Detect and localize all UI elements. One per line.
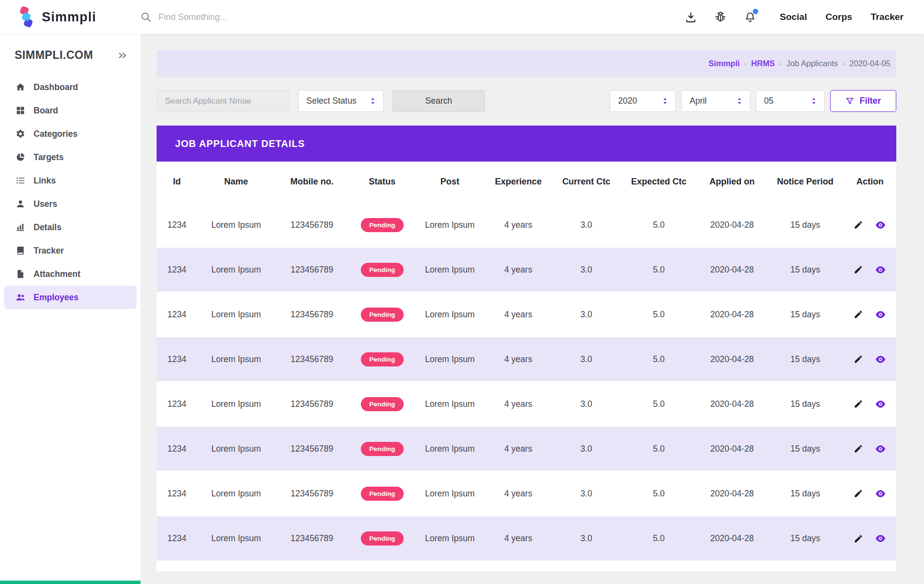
table-header-row: IdNameMobile no.StatusPostExperienceCurr… [157, 162, 896, 202]
file-icon [16, 269, 25, 279]
sidebar-item-categories[interactable]: Categories [4, 122, 137, 146]
view-icon[interactable] [875, 354, 886, 365]
column-header: Status [349, 162, 415, 202]
edit-icon[interactable] [853, 265, 863, 274]
topbar-link-tracker[interactable]: Tracker [871, 12, 904, 22]
logo[interactable]: Simmpli [18, 6, 140, 28]
cell-experience: 4 years [484, 247, 552, 292]
breadcrumb-item[interactable]: Simmpli [709, 59, 740, 68]
table-row: 1234Lorem Ipsum123456789PendingLorem Ips… [157, 382, 896, 426]
status-badge: Pending [361, 442, 403, 456]
global-search-input[interactable] [159, 12, 368, 22]
cell-post: Lorem Ipsum [415, 292, 484, 337]
sidebar-item-users[interactable]: Users [4, 192, 137, 216]
sidebar-item-employees[interactable]: Employees [4, 286, 137, 309]
breadcrumb-item: 2020-04-05 [850, 59, 890, 68]
cell-status: Pending [349, 471, 415, 516]
breadcrumb-separator: - [842, 59, 845, 68]
status-select[interactable]: Select Status [298, 90, 384, 112]
cell-action [844, 292, 896, 337]
cell-current-ctc: 3.0 [552, 516, 621, 561]
sidebar-item-links[interactable]: Links [4, 169, 137, 192]
topbar-link-corps[interactable]: Corps [825, 12, 852, 22]
cell-applied-on: 2020-04-28 [697, 202, 767, 247]
cell-post: Lorem Ipsum [415, 202, 484, 247]
day-select[interactable]: 05 [756, 90, 825, 112]
topbar-link-social[interactable]: Social [780, 12, 807, 22]
status-badge: Pending [361, 487, 403, 501]
edit-icon[interactable] [853, 399, 863, 409]
year-select[interactable]: 2020 [610, 90, 676, 112]
edit-icon[interactable] [853, 534, 863, 544]
cell-mobile: 123456789 [275, 202, 349, 247]
cell-post: Lorem Ipsum [415, 426, 484, 471]
month-select[interactable]: April [681, 90, 750, 112]
cell-mobile: 123456789 [275, 292, 349, 337]
sidebar-item-attachment[interactable]: Attachment [4, 262, 137, 286]
edit-icon[interactable] [853, 354, 863, 364]
sidebar-item-label: Dashboard [34, 82, 78, 92]
cell-mobile: 123456789 [275, 382, 349, 426]
notifications-bell-icon[interactable] [744, 11, 756, 23]
topbar-icon-group [685, 11, 756, 23]
cell-action [844, 247, 896, 292]
chart-icon [16, 222, 25, 232]
sidebar-item-label: Details [34, 222, 61, 233]
cell-post: Lorem Ipsum [415, 382, 484, 426]
view-icon[interactable] [875, 533, 886, 544]
view-icon[interactable] [875, 264, 886, 275]
cell-notice-period: 15 days [767, 426, 844, 471]
month-select-value: April [690, 96, 707, 106]
sidebar: SIMMPLI.COM DashboardBoardCategoriesTarg… [0, 34, 141, 584]
column-header: Notice Period [767, 162, 844, 202]
edit-icon[interactable] [853, 444, 863, 454]
edit-icon[interactable] [853, 220, 863, 230]
edit-icon[interactable] [853, 310, 863, 319]
filter-button[interactable]: Filter [830, 90, 896, 112]
view-icon[interactable] [875, 399, 886, 410]
view-icon[interactable] [875, 309, 886, 320]
cell-name: Lorem Ipsum [197, 471, 275, 516]
cell-mobile: 123456789 [275, 337, 349, 382]
main-content: Simmpli-HRMS-Job Applicants-2020-04-05 S… [141, 34, 924, 571]
topbar-links: SocialCorpsTracker [780, 12, 904, 22]
view-icon[interactable] [875, 488, 886, 499]
user-icon [16, 199, 25, 209]
cell-mobile: 123456789 [275, 426, 349, 471]
cell-action [844, 382, 896, 426]
cell-status: Pending [349, 337, 415, 382]
sidebar-item-board[interactable]: Board [4, 99, 137, 122]
cell-action [844, 471, 896, 516]
funnel-icon [845, 96, 854, 106]
cell-expected-ctc: 5.0 [621, 426, 697, 471]
download-icon[interactable] [685, 11, 697, 23]
cell-id: 1234 [157, 382, 197, 426]
column-header: Expected Ctc [621, 162, 697, 202]
applicant-search-input[interactable] [157, 90, 289, 112]
sidebar-item-targets[interactable]: Targets [4, 146, 137, 169]
cell-name: Lorem Ipsum [197, 426, 275, 471]
search-button[interactable]: Search [392, 90, 485, 112]
sidebar-bottom-accent [0, 581, 141, 584]
cell-expected-ctc: 5.0 [621, 337, 697, 382]
cell-applied-on: 2020-04-28 [697, 292, 767, 337]
topbar: Simmpli SocialCorpsTracker [0, 0, 924, 34]
sidebar-item-label: Users [34, 199, 57, 209]
column-header: Current Ctc [552, 162, 621, 202]
edit-icon[interactable] [853, 489, 863, 498]
collapse-chevrons-icon[interactable] [117, 50, 128, 61]
sidebar-item-dashboard[interactable]: Dashboard [4, 75, 137, 99]
sidebar-item-details[interactable]: Details [4, 216, 137, 239]
cell-notice-period: 15 days [767, 337, 844, 382]
bug-icon[interactable] [714, 11, 727, 23]
view-icon[interactable] [875, 443, 886, 455]
table-row: 1234Lorem Ipsum123456789PendingLorem Ips… [157, 202, 896, 247]
sidebar-item-tracker[interactable]: Tracker [4, 239, 137, 262]
status-select-value: Select Status [306, 96, 356, 106]
cell-status: Pending [349, 292, 415, 337]
view-icon[interactable] [875, 219, 886, 231]
cell-current-ctc: 3.0 [552, 202, 621, 247]
cell-id: 1234 [157, 471, 197, 516]
breadcrumb-item[interactable]: HRMS [751, 59, 775, 68]
status-badge: Pending [361, 531, 403, 546]
